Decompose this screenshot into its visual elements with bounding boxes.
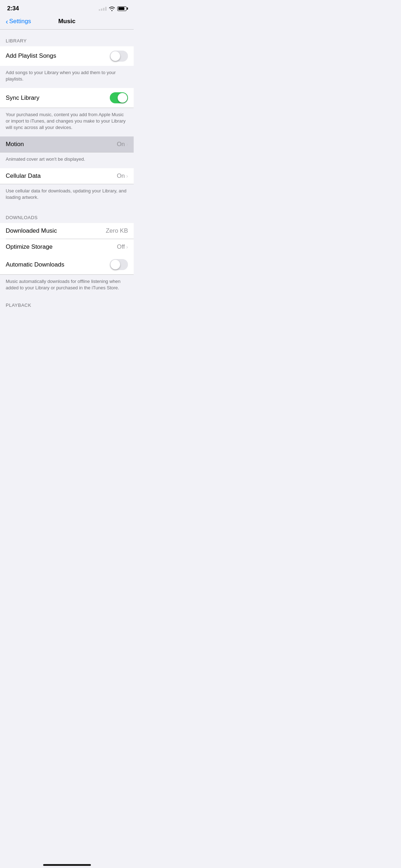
automatic-downloads-description: Music automatically downloads for offlin… xyxy=(0,275,134,297)
row-optimize-storage[interactable]: Optimize Storage Off › xyxy=(0,239,134,255)
back-button[interactable]: ‹ Settings xyxy=(6,18,31,25)
cellular-data-value-chevron: On › xyxy=(117,172,128,180)
add-playlist-songs-toggle[interactable] xyxy=(110,51,128,62)
sync-library-toggle[interactable] xyxy=(110,92,128,103)
row-add-playlist-songs: Add Playlist Songs xyxy=(0,46,134,66)
motion-description: Animated cover art won't be displayed. xyxy=(0,153,134,168)
back-chevron-icon: ‹ xyxy=(6,18,8,25)
cellular-data-label: Cellular Data xyxy=(6,172,41,180)
status-time: 2:34 xyxy=(7,5,19,12)
automatic-downloads-toggle[interactable] xyxy=(110,259,128,270)
row-automatic-downloads: Automatic Downloads xyxy=(0,255,134,274)
optimize-storage-chevron-icon: › xyxy=(126,244,128,250)
page-title: Music xyxy=(58,18,75,25)
motion-value-chevron: On › xyxy=(117,141,128,148)
cellular-data-value: On xyxy=(117,172,125,180)
cellular-data-chevron-icon: › xyxy=(126,173,128,179)
automatic-downloads-label: Automatic Downloads xyxy=(6,261,64,268)
motion-label: Motion xyxy=(6,141,24,148)
section-header-downloads: DOWNLOADS xyxy=(0,206,134,223)
toggle-knob xyxy=(110,260,120,269)
row-downloaded-music: Downloaded Music Zero KB xyxy=(0,223,134,239)
sync-library-label: Sync Library xyxy=(6,94,39,102)
optimize-storage-label: Optimize Storage xyxy=(6,243,52,250)
section-header-library: LIBRARY xyxy=(0,30,134,46)
optimize-storage-value-chevron: Off › xyxy=(117,243,128,250)
toggle-knob xyxy=(118,93,127,103)
motion-chevron-icon: › xyxy=(126,141,128,147)
motion-value: On xyxy=(117,141,125,148)
optimize-storage-value: Off xyxy=(117,243,125,250)
sync-library-description: Your purchased music, content you add fr… xyxy=(0,108,134,137)
add-playlist-songs-label: Add Playlist Songs xyxy=(6,52,56,60)
row-motion[interactable]: Motion On › xyxy=(0,136,134,152)
back-label: Settings xyxy=(9,18,31,25)
section-header-playback: PLAYBACK xyxy=(0,297,134,311)
downloaded-music-value: Zero KB xyxy=(106,227,128,234)
toggle-knob xyxy=(110,51,120,61)
nav-bar: ‹ Settings Music xyxy=(0,15,134,29)
wifi-icon xyxy=(109,6,115,11)
row-sync-library: Sync Library xyxy=(0,88,134,108)
cellular-data-description: Use cellular data for downloads, updatin… xyxy=(0,184,134,206)
signal-icon xyxy=(99,7,107,11)
row-cellular-data[interactable]: Cellular Data On › xyxy=(0,168,134,184)
add-playlist-songs-description: Add songs to your Library when you add t… xyxy=(0,66,134,88)
status-bar: 2:34 xyxy=(0,0,134,15)
downloaded-music-label: Downloaded Music xyxy=(6,227,57,234)
battery-icon xyxy=(117,6,127,11)
status-icons xyxy=(99,6,127,11)
